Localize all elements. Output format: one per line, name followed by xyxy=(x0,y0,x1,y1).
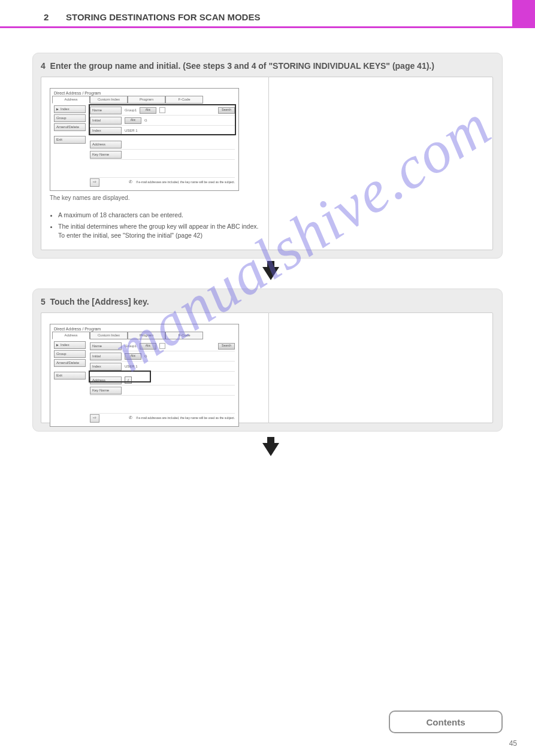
note-1-2: The initial determines where the group k… xyxy=(58,222,260,240)
tab-custom-index-2[interactable]: Custom Index xyxy=(90,332,128,339)
index-value: USER 1 xyxy=(125,128,138,133)
row-address: Address xyxy=(90,139,235,150)
doc-icon xyxy=(159,107,165,113)
next-icon[interactable]: ⇨ xyxy=(90,178,99,187)
main-column: Name Group1 Abc Search Initial Abc G Ind… xyxy=(90,105,235,160)
index-button-2[interactable]: Index xyxy=(90,363,122,371)
divider-line xyxy=(0,26,535,28)
tab-bar-2: Address Custom Index Program F-Code xyxy=(52,332,237,340)
row-keyname: Key Name xyxy=(90,150,235,160)
initial-button-2[interactable]: Initial xyxy=(90,353,122,360)
row-address-2: Address i xyxy=(90,375,235,385)
name-abc-button[interactable]: Abc xyxy=(140,107,156,114)
note-1-1: A maximum of 18 characters can be entere… xyxy=(58,211,260,220)
lcd-screen-2: Direct Address / Program Address Custom … xyxy=(50,324,239,427)
name-value: Group1 xyxy=(125,108,137,113)
keyname-button[interactable]: Key Name xyxy=(90,151,122,159)
info-icon[interactable]: i xyxy=(125,377,132,384)
side-amend-button-2[interactable]: Amend/Delete xyxy=(54,359,86,367)
main-column-2: Name Group1 Abc Search Initial Abc G Ind… xyxy=(90,341,235,396)
step-5-title: 5 Touch the [Address] key. xyxy=(41,297,494,306)
search-button-2[interactable]: Search xyxy=(218,343,235,350)
tab-bar: Address Custom Index Program F-Code xyxy=(52,96,237,104)
tab-address[interactable]: Address xyxy=(52,96,90,104)
notes-list-1: A maximum of 18 characters can be entere… xyxy=(50,211,260,241)
index-button[interactable]: Index xyxy=(90,127,122,135)
search-button[interactable]: Search xyxy=(218,107,235,114)
row-name: Name Group1 Abc Search xyxy=(90,105,235,116)
side-exit-button[interactable]: Exit xyxy=(54,136,86,144)
footer-note-2: If e-mail addresses are included, the ke… xyxy=(136,416,235,421)
tab-program[interactable]: Program xyxy=(128,96,165,104)
next-icon-2[interactable]: ⇨ xyxy=(90,414,99,423)
name-button[interactable]: Name xyxy=(90,107,122,114)
section-title: STORING DESTINATIONS FOR SCAN MODES xyxy=(66,12,260,22)
section-number: 2 xyxy=(44,12,49,22)
step-5-right-panel xyxy=(268,312,493,423)
tab-fcode-2[interactable]: F-Code xyxy=(165,332,203,339)
initial-abc-button-2[interactable]: Abc xyxy=(125,353,141,360)
step-4-number: 4 xyxy=(41,61,46,71)
row-index-2: Index USER 1 xyxy=(90,362,235,372)
name-button-2[interactable]: Name xyxy=(90,342,122,350)
address-button[interactable]: Address xyxy=(90,141,122,148)
doc-icon-2 xyxy=(159,343,165,349)
phone-icon: ✆ xyxy=(129,179,132,186)
step-4-text: Enter the group name and initial. (See s… xyxy=(50,61,434,71)
page-number: 45 xyxy=(509,739,517,748)
index-value-2: USER 1 xyxy=(125,364,138,369)
initial-value-2: G xyxy=(144,354,147,359)
step-5-screen-panel: Direct Address / Program Address Custom … xyxy=(41,312,268,423)
side-column-2: ▶Index Group Amend/Delete Exit xyxy=(54,341,87,381)
caption-1: The key names are displayed. xyxy=(50,193,260,202)
row-initial: Initial Abc G xyxy=(90,116,235,126)
tab-fcode[interactable]: F-Code xyxy=(165,96,203,104)
row-initial-2: Initial Abc G xyxy=(90,351,235,362)
footer-note: If e-mail addresses are included, the ke… xyxy=(136,180,235,185)
keyname-button-2[interactable]: Key Name xyxy=(90,387,122,394)
tab-program-2[interactable]: Program xyxy=(128,332,165,339)
chapter-tab xyxy=(512,0,535,26)
initial-value: G xyxy=(144,118,147,123)
step-4-title: 4 Enter the group name and initial. (See… xyxy=(41,61,494,71)
side-group-button[interactable]: Group xyxy=(54,114,86,122)
tab-address-2[interactable]: Address xyxy=(52,332,90,339)
row-name-2: Name Group1 Abc Search xyxy=(90,341,235,351)
step-5-text: Touch the [Address] key. xyxy=(50,297,149,306)
step-5-card: 5 Touch the [Address] key. Direct Addres… xyxy=(32,289,503,432)
row-keyname-2: Key Name xyxy=(90,385,235,396)
initial-button[interactable]: Initial xyxy=(90,117,122,125)
side-column: ▶Index Group Amend/Delete Exit xyxy=(54,105,87,145)
side-index-button[interactable]: ▶Index xyxy=(54,105,86,113)
side-amend-button[interactable]: Amend/Delete xyxy=(54,123,86,131)
arrow-icon-1 xyxy=(262,267,279,280)
side-exit-button-2[interactable]: Exit xyxy=(54,372,86,379)
address-button-2[interactable]: Address xyxy=(90,377,122,384)
name-abc-button-2[interactable]: Abc xyxy=(140,343,156,350)
initial-abc-button[interactable]: Abc xyxy=(125,117,141,124)
step-4-card: 4 Enter the group name and initial. (See… xyxy=(32,53,503,259)
step-5-number: 5 xyxy=(41,297,46,306)
contents-button[interactable]: Contents xyxy=(389,711,503,733)
footer-row: ⇨ ✆ If e-mail addresses are included, th… xyxy=(90,177,235,187)
side-index-button-2[interactable]: ▶Index xyxy=(54,341,86,349)
phone-icon-2: ✆ xyxy=(129,415,132,421)
lcd-screen-1: Direct Address / Program Address Custom … xyxy=(50,88,239,191)
footer-row-2: ⇨ ✆ If e-mail addresses are included, th… xyxy=(90,413,235,423)
row-index: Index USER 1 xyxy=(90,126,235,136)
tab-custom-index[interactable]: Custom Index xyxy=(90,96,128,104)
step-4-screen-panel: Direct Address / Program Address Custom … xyxy=(41,77,268,250)
arrow-icon-2 xyxy=(262,443,279,456)
step-4-right-panel xyxy=(268,77,493,250)
side-group-button-2[interactable]: Group xyxy=(54,350,86,358)
name-value-2: Group1 xyxy=(125,344,137,349)
